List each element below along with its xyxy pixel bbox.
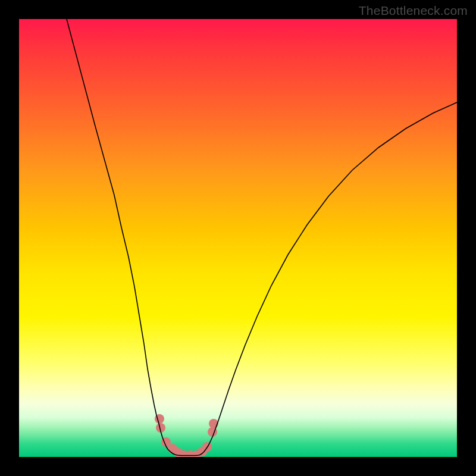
chart-svg <box>19 19 457 457</box>
chart-frame: TheBottleneck.com <box>0 0 476 476</box>
bottleneck-curve <box>67 19 457 456</box>
scatter-dots <box>155 414 218 457</box>
watermark-label: TheBottleneck.com <box>359 4 468 18</box>
plot-area <box>19 19 457 457</box>
